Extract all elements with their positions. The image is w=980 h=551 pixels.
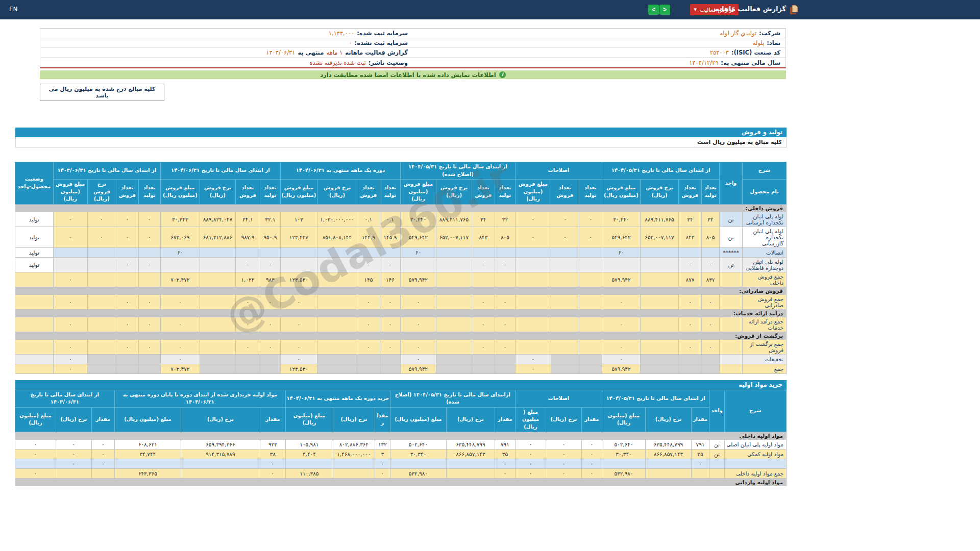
value-cell bbox=[551, 247, 579, 257]
value-cell: ۱,۰۳۰,۰۰۰,۰۰۰ bbox=[317, 212, 357, 227]
info-row-symbol: نماد: پلوله سرمایه ثبت نشده: ۰ bbox=[40, 38, 786, 48]
column-header: تعداد تولید bbox=[380, 180, 400, 205]
value-cell: ۰ bbox=[138, 339, 160, 354]
value-cell bbox=[436, 294, 472, 309]
value-cell bbox=[436, 364, 472, 373]
column-header: نرخ (ریال) bbox=[333, 407, 375, 432]
value-cell bbox=[200, 339, 235, 354]
value-cell bbox=[87, 294, 116, 309]
value-cell: ۶۴۳,۳۶۵ bbox=[114, 469, 181, 479]
column-header: از ابتدای سال مالی تا تاریخ ۱۴۰۴/۰۵/۳۱ bbox=[602, 390, 709, 407]
product-name-cell: اتصالات bbox=[743, 247, 787, 257]
table-row: لوله پلی اتیلن دوجداره فاضلابیتن۰۰۰۰۰۰۰۰… bbox=[15, 257, 786, 272]
value-cell bbox=[380, 354, 400, 364]
column-header: مقدار bbox=[375, 407, 390, 432]
materials-table: شرحواحداز ابتدای سال مالی تا تاریخ ۱۴۰۴/… bbox=[15, 390, 787, 487]
value-cell: ۰ bbox=[260, 469, 285, 479]
value-cell: ۵۷۹,۹۴۲ bbox=[400, 364, 436, 373]
column-header: تعداد فروش bbox=[551, 180, 579, 205]
column-header: اصلاحات bbox=[515, 162, 602, 180]
value-cell: ۰ bbox=[380, 294, 400, 309]
column-header: تعداد فروش bbox=[472, 180, 495, 205]
info-row-isic: کد صنعت (ISIC): ۲۵۲۰۰۳ گزارش فعالیت ماها… bbox=[40, 48, 786, 58]
value-cell bbox=[200, 354, 235, 364]
value-cell bbox=[87, 354, 116, 364]
column-header: تعداد تولید bbox=[260, 180, 280, 205]
value-cell: ۰.۱ bbox=[380, 212, 400, 227]
value-cell bbox=[181, 469, 260, 479]
value-cell: ۱,۰۲۲ bbox=[235, 272, 260, 287]
page-title: گزارش فعالیت ماهانه bbox=[715, 5, 786, 13]
value-cell: ۰ bbox=[56, 440, 91, 449]
value-cell: ۶۳۵,۴۴۸,۷۹۹ bbox=[446, 440, 495, 449]
value-cell: ۰ bbox=[15, 440, 56, 449]
value-cell: ۰ bbox=[160, 317, 200, 332]
value-cell: ۶۵۹,۳۹۴,۳۶۶ bbox=[181, 440, 260, 449]
info-isic: کد صنعت (ISIC): ۲۵۲۰۰۳ bbox=[413, 48, 786, 57]
column-header: نام محصول bbox=[743, 180, 787, 205]
nav-arrow-right-button[interactable]: > bbox=[659, 5, 670, 15]
value-cell bbox=[333, 459, 375, 469]
value-cell: ۵۰۲,۶۴۰ bbox=[602, 440, 645, 449]
value-cell: ۰ bbox=[515, 354, 551, 364]
table-row: لوله پلی اتیلن تکجداره آبرسانیتن۳۲۳۴۸۸۹,… bbox=[15, 212, 786, 227]
value-cell bbox=[138, 247, 160, 257]
value-cell: ۰ bbox=[495, 317, 515, 332]
value-cell bbox=[200, 247, 235, 257]
value-cell: ۵۷۹,۹۴۲ bbox=[400, 272, 436, 287]
value-cell bbox=[602, 257, 640, 272]
value-cell bbox=[87, 317, 116, 332]
symbol-value: پلوله bbox=[753, 39, 765, 46]
value-cell: ۰ bbox=[280, 354, 317, 364]
company-info-panel: شرکت: تولیدي گاز لوله سرمایه ثبت شده: ۱,… bbox=[40, 28, 786, 68]
unit-cell bbox=[720, 294, 743, 309]
report-period-label: گزارش فعالیت ماهانه bbox=[345, 49, 408, 56]
company-value: تولیدي گاز لوله bbox=[720, 30, 756, 37]
value-cell bbox=[495, 354, 515, 364]
value-cell bbox=[87, 339, 116, 354]
table-row: جمع مواد اولیه داخلی۵۳۲,۹۸۰۰۰۰۰۵۳۲,۹۸۰۰۱… bbox=[15, 469, 786, 479]
value-cell: ۹۵۰.۹ bbox=[260, 227, 280, 247]
value-cell bbox=[446, 459, 495, 469]
status-cell bbox=[15, 272, 53, 287]
value-cell: ۰ bbox=[138, 294, 160, 309]
language-toggle[interactable]: EN bbox=[9, 6, 18, 13]
section-row: فروش داخلی: bbox=[15, 204, 786, 212]
column-header: مبلغ فروش (میلیون ریال) bbox=[400, 180, 436, 205]
value-cell bbox=[702, 354, 720, 364]
value-cell: ۵۳۲,۹۸۰ bbox=[602, 469, 645, 479]
column-header: وضعیت محصول-واحد bbox=[15, 162, 53, 205]
column-header: نرخ فروش (ریال) bbox=[436, 180, 472, 205]
column-header: مبلغ فروش (میلیون ریال) bbox=[53, 180, 87, 205]
column-header: مقدار bbox=[692, 407, 709, 432]
value-cell bbox=[285, 459, 333, 469]
info-row-company: شرکت: تولیدي گاز لوله سرمایه ثبت شده: ۱,… bbox=[40, 29, 786, 38]
status-cell bbox=[15, 354, 53, 364]
value-cell: ۰ bbox=[160, 354, 200, 364]
value-cell bbox=[641, 272, 679, 287]
value-cell: ۰ bbox=[260, 257, 280, 272]
value-cell bbox=[679, 364, 702, 373]
nav-arrow-left-button[interactable]: < bbox=[648, 5, 659, 15]
value-cell bbox=[646, 469, 692, 479]
value-cell: ۰ bbox=[581, 469, 602, 479]
value-cell bbox=[702, 247, 720, 257]
value-cell: ۸۶۶,۸۵۷,۱۴۳ bbox=[446, 449, 495, 459]
section-label: برگشت از فروش: bbox=[15, 332, 786, 339]
value-cell: ۰ bbox=[375, 469, 390, 479]
value-cell: ۰ bbox=[515, 227, 551, 247]
value-cell: ۸۳۷ bbox=[702, 272, 720, 287]
column-header: نرخ (ریال) bbox=[646, 407, 692, 432]
value-cell: ۰ bbox=[53, 294, 87, 309]
info-company: شرکت: تولیدي گاز لوله bbox=[413, 29, 786, 37]
materials-section-header: خرید مواد اولیه bbox=[15, 380, 787, 390]
value-cell: ۰ bbox=[260, 317, 280, 332]
value-cell bbox=[138, 272, 160, 287]
column-header: مبلغ فروش (میلیون ریال) bbox=[602, 180, 640, 205]
info-registered-capital: سرمایه ثبت شده: ۱,۱۴۴,۰۰۰ bbox=[40, 29, 413, 37]
column-header: از ابتدای سال مالی تا تاریخ ۱۴۰۴/۰۵/۳۱ bbox=[602, 162, 719, 180]
value-cell: ۳۰,۲۴۰ bbox=[400, 212, 436, 227]
value-cell: ۵۴۹,۶۴۲ bbox=[602, 227, 640, 247]
value-cell bbox=[472, 272, 495, 287]
column-header: از ابتدای سال مالی تا تاریخ ۱۴۰۴/۰۶/۳۱ bbox=[160, 162, 280, 180]
